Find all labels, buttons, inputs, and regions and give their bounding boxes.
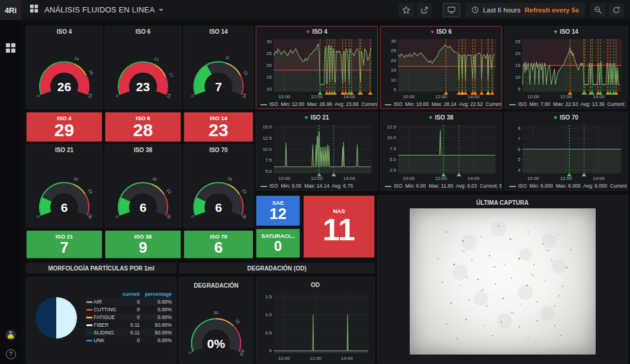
capture-image: [410, 208, 596, 355]
svg-text:4: 4: [518, 167, 521, 173]
row-header-degradation[interactable]: DEGRADACIÓN (OD): [179, 263, 375, 273]
gauge-iso38[interactable]: 01823306: [105, 160, 181, 227]
legend-row[interactable]: AIR00.00%: [85, 298, 173, 305]
svg-text:7.5: 7.5: [390, 146, 397, 152]
timeseries-chart-iso4[interactable]: 101520253010:0012:0014:00: [259, 37, 375, 100]
svg-text:0: 0: [188, 351, 192, 355]
stat-iso6[interactable]: ISO 6 28: [105, 112, 181, 142]
svg-text:30: 30: [391, 38, 396, 44]
timeseries-chart-iso70[interactable]: 4567810:0012:0014:00: [507, 123, 625, 182]
tv-mode-button[interactable]: [443, 3, 460, 17]
panel-title[interactable]: ISO 14: [184, 28, 253, 35]
legend-text: ISO Min: 7.00 Max: 22.53 Avg: 13.39 Curr…: [518, 101, 628, 107]
svg-text:0: 0: [36, 215, 41, 218]
svg-text:15: 15: [391, 67, 396, 73]
svg-text:0: 0: [115, 94, 120, 98]
svg-text:30: 30: [266, 39, 272, 44]
legend-column-header[interactable]: percentage: [142, 291, 173, 298]
dashboard-grid-icon[interactable]: [30, 4, 38, 15]
svg-text:30: 30: [88, 214, 93, 220]
panel-title[interactable]: ISO 70: [184, 147, 253, 153]
stat-iso70[interactable]: ISO 70 6: [184, 230, 253, 259]
timeseries-chart-iso14[interactable]: 51015202510:0012:0014:00: [507, 37, 625, 100]
stat-sae[interactable]: SAE 12: [256, 195, 300, 226]
panel-title[interactable]: DEGRADACIÓN: [179, 282, 253, 289]
timeseries-chart-iso38[interactable]: 2.55.07.510.012.510:0012:0014:00: [383, 123, 499, 182]
svg-text:12:00: 12:00: [560, 176, 573, 181]
svg-text:15: 15: [515, 63, 520, 68]
legend-row[interactable]: FATIGUE00.00%: [85, 313, 173, 321]
svg-text:12:00: 12:00: [560, 94, 573, 99]
sidebar: 4Ri ?: [0, 0, 21, 364]
stat-iso21[interactable]: ISO 21 7: [26, 230, 102, 259]
alert-heart-icon: ♥: [304, 114, 308, 121]
zoom-out-button[interactable]: [590, 3, 606, 17]
svg-text:23: 23: [166, 188, 172, 194]
help-icon[interactable]: ?: [6, 349, 16, 359]
svg-text:18: 18: [152, 176, 158, 182]
panel-title[interactable]: ISO 4: [27, 28, 102, 35]
panel-title[interactable]: ISO 38: [105, 147, 181, 153]
stat-value: 0: [274, 239, 282, 253]
panel-timeseries-iso21: ♥ISO 21 5.07.510.012.515.010:0012:0014:0…: [256, 112, 378, 191]
morphology-pie-chart[interactable]: [29, 287, 83, 359]
panel-title[interactable]: ÚLTIMA CAPTURA: [378, 199, 627, 206]
series-swatch: [86, 340, 92, 342]
legend-swatch: [261, 104, 267, 105]
svg-text:1.0: 1.0: [265, 312, 272, 317]
legend-swatch: [509, 104, 516, 105]
timeseries-chart-iso21[interactable]: 5.07.510.012.515.010:0012:0014:00: [259, 123, 375, 182]
legend-row[interactable]: SLIDING0.1150.00%: [85, 328, 173, 336]
org-logo[interactable]: 4Ri: [0, 0, 21, 20]
gauge-degradacion[interactable]: 050701000%: [179, 297, 253, 363]
svg-text:5: 5: [518, 86, 521, 92]
panel-timeseries-od: OD 00.51.01.510:0012:0014:00: [256, 277, 375, 363]
user-avatar[interactable]: [5, 329, 17, 343]
star-button[interactable]: [398, 3, 414, 17]
share-button[interactable]: [417, 3, 432, 17]
gauge-iso70[interactable]: 01823306: [184, 160, 253, 227]
panel-title: ISO 6: [436, 28, 452, 35]
gauge-iso4[interactable]: 014182326: [27, 40, 102, 106]
svg-text:0: 0: [115, 215, 120, 218]
row-header-morphology[interactable]: MORFOLOGÍA PARTÍCULAS POR 1ml: [26, 263, 176, 273]
panel-gauge-iso70: ISO 70 01823306: [184, 144, 253, 227]
gauge-iso14[interactable]: 01115197: [184, 40, 253, 106]
svg-text:14:00: 14:00: [593, 94, 605, 99]
svg-text:30: 30: [242, 214, 247, 220]
svg-text:12:00: 12:00: [435, 94, 448, 99]
legend-column-header[interactable]: current: [120, 291, 142, 298]
svg-text:14: 14: [73, 56, 79, 62]
stat-iso14[interactable]: ISO 14 23: [184, 112, 253, 142]
panel-title: ISO 21: [310, 114, 329, 121]
panel-title[interactable]: ISO 21: [27, 147, 102, 153]
legend-swatch: [385, 104, 391, 105]
timeseries-chart-iso6[interactable]: 5101520253010:0012:0014:00: [383, 37, 499, 100]
timeseries-chart-od[interactable]: 00.51.01.510:0012:0014:00: [259, 291, 372, 362]
svg-text:14:00: 14:00: [468, 176, 480, 181]
stat-nas[interactable]: NAS 11: [303, 195, 375, 258]
legend-row[interactable]: FIBER0.1150.00%: [85, 321, 173, 328]
gauge-iso21[interactable]: 01823306: [27, 160, 102, 227]
alert-heart-icon: ♥: [306, 28, 310, 35]
dashboard-title[interactable]: ANÁLISIS FLUIDOS EN LINEA: [44, 5, 155, 14]
legend-row[interactable]: CUTTING00.00%: [85, 305, 173, 313]
time-range-picker[interactable]: Last 6 hours Refresh every 5s: [465, 3, 585, 17]
stat-value: 29: [54, 121, 74, 140]
refresh-interval-label[interactable]: Refresh every 5s: [525, 7, 579, 14]
svg-text:7.5: 7.5: [265, 157, 272, 163]
stat-iso4[interactable]: ISO 4 29: [26, 112, 102, 142]
panel-title[interactable]: ISO 6: [105, 28, 181, 35]
stat-iso38[interactable]: ISO 38 9: [105, 230, 181, 259]
series-swatch: [86, 309, 92, 311]
gauge-iso6[interactable]: 013172123: [105, 40, 181, 106]
refresh-button[interactable]: [609, 3, 624, 17]
stat-saturacion[interactable]: SATURACI... 0: [256, 228, 300, 258]
dashboards-icon[interactable]: [5, 43, 16, 56]
svg-text:50: 50: [214, 311, 218, 315]
svg-text:11: 11: [225, 54, 230, 60]
svg-text:15: 15: [266, 75, 272, 80]
legend-swatch: [261, 186, 267, 187]
legend-row[interactable]: UNK00.00%: [85, 336, 173, 344]
svg-text:5.0: 5.0: [390, 157, 397, 162]
